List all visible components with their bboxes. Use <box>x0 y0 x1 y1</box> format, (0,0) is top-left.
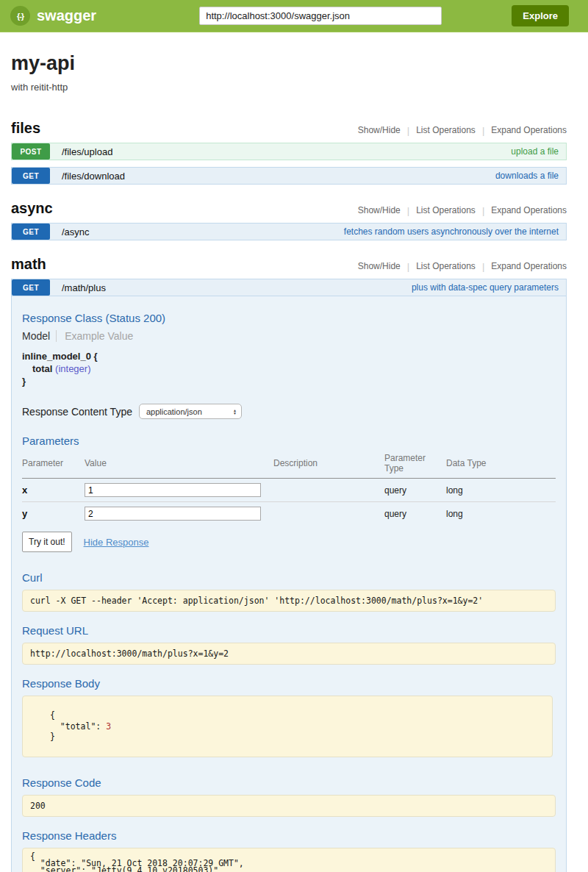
swagger-logo-text: swagger <box>37 7 96 24</box>
parameter-type: query <box>384 479 446 502</box>
response-headers-box: { "date": "Sun, 21 Oct 2018 20:07:29 GMT… <box>22 848 556 872</box>
model-property-name: total <box>32 363 52 374</box>
explore-button[interactable]: Explore <box>512 5 569 26</box>
response-body-box: { "total": 3 } <box>22 696 553 757</box>
parameter-data-type: long <box>446 479 556 502</box>
list-operations-link[interactable]: List Operations <box>416 205 476 215</box>
parameter-name: y <box>22 508 27 519</box>
endpoint-row-files-download[interactable]: GET /files/download downloads a file <box>11 167 567 185</box>
separator: | <box>482 205 484 216</box>
parameter-value-input-y[interactable] <box>85 507 261 521</box>
endpoint-summary-link[interactable]: upload a file <box>511 146 559 157</box>
section-async: async Show/Hide | List Operations | Expa… <box>11 200 567 240</box>
model-tabs: Model Example Value <box>22 330 556 342</box>
parameter-type: query <box>384 502 446 526</box>
operation-detail-panel: Response Class (Status 200) Model Exampl… <box>11 296 567 872</box>
endpoint-row-files-upload[interactable]: POST /files/upload upload a file <box>11 143 567 160</box>
endpoint-path-link[interactable]: /math/plus <box>62 282 106 293</box>
endpoint-summary-link[interactable]: plus with data-spec query parameters <box>412 282 559 293</box>
section-controls: Show/Hide | List Operations | Expand Ope… <box>358 205 567 216</box>
top-header-bar: {-} swagger Explore <box>0 0 588 32</box>
response-class-heading: Response Class (Status 200) <box>22 312 556 324</box>
model-property-type: (integer) <box>55 363 90 374</box>
expand-operations-link[interactable]: Expand Operations <box>491 125 567 135</box>
curl-heading: Curl <box>22 571 556 584</box>
parameter-value-input-x[interactable] <box>85 483 261 497</box>
section-title-async[interactable]: async <box>11 200 53 217</box>
endpoint-summary-link[interactable]: downloads a file <box>495 171 559 181</box>
request-url-heading: Request URL <box>22 624 556 637</box>
try-it-out-button[interactable]: Try it out! <box>22 532 72 552</box>
section-title-files[interactable]: files <box>11 120 40 137</box>
model-signature: inline_model_0 { total (integer) } <box>22 350 556 387</box>
endpoint-row-async[interactable]: GET /async fetches random users asynchro… <box>11 223 567 240</box>
spec-url-input[interactable] <box>199 7 442 25</box>
request-url-box: http://localhost:3000/math/plus?x=1&y=2 <box>22 643 556 665</box>
json-text: { "total": <box>50 710 106 732</box>
api-title: my-api <box>11 52 567 75</box>
expand-operations-link[interactable]: Expand Operations <box>491 205 567 215</box>
parameters-heading: Parameters <box>22 435 556 447</box>
section-math: math Show/Hide | List Operations | Expan… <box>11 256 567 872</box>
http-method-badge: GET <box>12 279 50 296</box>
model-close-brace: } <box>22 376 26 387</box>
curl-command-box: curl -X GET --header 'Accept: applicatio… <box>22 590 556 612</box>
api-info: my-api with reitit-http <box>11 52 567 93</box>
parameter-row-x: x query long <box>22 479 556 502</box>
endpoint-row-math-plus-get[interactable]: GET /math/plus plus with data-spec query… <box>11 279 567 296</box>
show-hide-link[interactable]: Show/Hide <box>358 261 401 271</box>
section-controls: Show/Hide | List Operations | Expand Ope… <box>358 125 567 136</box>
section-files: files Show/Hide | List Operations | Expa… <box>11 120 567 185</box>
response-content-type-label: Response Content Type <box>22 406 132 418</box>
endpoint-path-link[interactable]: /async <box>62 226 90 237</box>
list-operations-link[interactable]: List Operations <box>416 261 476 271</box>
column-header-parameter-type: Parameter Type <box>384 450 446 479</box>
response-code-box: 200 <box>22 795 556 817</box>
list-operations-link[interactable]: List Operations <box>416 125 476 135</box>
expand-operations-link[interactable]: Expand Operations <box>491 261 567 271</box>
selected-content-type: application/json <box>146 407 202 416</box>
http-method-badge: GET <box>12 168 50 184</box>
parameter-description <box>273 479 384 502</box>
hide-response-link[interactable]: Hide Response <box>84 537 149 548</box>
parameters-table: Parameter Value Description Parameter Ty… <box>22 450 556 525</box>
column-header-parameter: Parameter <box>22 450 85 479</box>
json-number: 3 <box>106 721 111 732</box>
http-method-badge: POST <box>12 143 50 160</box>
parameter-data-type: long <box>446 502 556 526</box>
separator: | <box>407 125 409 136</box>
separator: | <box>407 261 409 272</box>
tab-model[interactable]: Model <box>22 330 50 342</box>
separator: | <box>407 205 409 216</box>
show-hide-link[interactable]: Show/Hide <box>358 205 401 215</box>
model-open-brace: { <box>94 351 98 362</box>
show-hide-link[interactable]: Show/Hide <box>358 125 401 135</box>
column-header-description: Description <box>273 450 384 479</box>
http-method-badge: GET <box>12 224 50 240</box>
response-headers-heading: Response Headers <box>22 829 556 842</box>
endpoint-path-link[interactable]: /files/download <box>62 171 125 182</box>
dropdown-arrows-icon: ▲ ▼ <box>233 409 237 415</box>
section-controls: Show/Hide | List Operations | Expand Ope… <box>358 261 567 272</box>
tab-example-value[interactable]: Example Value <box>56 330 133 342</box>
api-subtitle: with reitit-http <box>11 82 567 93</box>
column-header-value: Value <box>85 450 273 479</box>
swagger-logo-link[interactable]: {-} swagger <box>10 6 96 26</box>
swagger-braces-icon: {-} <box>10 6 30 26</box>
model-name: inline_model_0 <box>22 351 91 362</box>
parameter-name: x <box>22 485 27 496</box>
parameter-row-y: y query long <box>22 502 556 526</box>
response-body-heading: Response Body <box>22 677 556 690</box>
separator: | <box>482 125 484 136</box>
json-text: } <box>50 732 55 742</box>
section-title-math[interactable]: math <box>11 256 46 273</box>
endpoint-path-link[interactable]: /files/upload <box>62 146 112 157</box>
separator: | <box>482 261 484 272</box>
parameter-description <box>273 502 384 526</box>
column-header-data-type: Data Type <box>446 450 556 479</box>
endpoint-summary-link[interactable]: fetches random users asynchronously over… <box>344 226 559 237</box>
response-content-type-select[interactable]: application/json ▲ ▼ <box>139 404 242 419</box>
response-code-heading: Response Code <box>22 776 556 789</box>
